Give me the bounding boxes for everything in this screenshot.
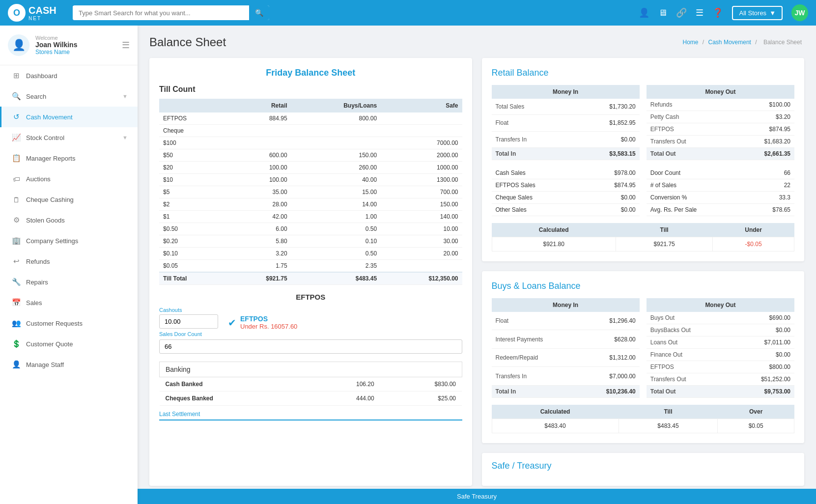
sidebar-item-stock-control[interactable]: 📈 Stock Control ▼ xyxy=(0,127,138,148)
table-row: $535.0015.00700.00 xyxy=(159,186,462,198)
help-nav-icon[interactable]: ❓ xyxy=(712,7,723,18)
table-row: # of Sales22 xyxy=(647,179,794,192)
table-row: Interest Payments$628.00 xyxy=(492,330,640,349)
sidebar-item-customer-quote[interactable]: 💲 Customer Quote xyxy=(0,334,138,354)
search-input[interactable] xyxy=(73,6,249,20)
table-row: EFTPOS884.95800.00 xyxy=(159,112,462,125)
safe-treasury-card: Safe / Treasury xyxy=(482,453,805,486)
screen-nav-icon[interactable]: 🖥 xyxy=(658,8,667,18)
bl-cols: Money In Float$1,296.40Interest Payments… xyxy=(492,298,795,398)
user-badge[interactable]: JW xyxy=(791,4,808,21)
page-title: Balance Sheet xyxy=(149,35,226,49)
eftpos-status: ✔ EFTPOS Under Rs. 16057.60 xyxy=(228,315,297,330)
banking-section: Banking Cash Banked106.20$830.00Cheques … xyxy=(159,362,462,420)
logo: O CASH NET xyxy=(8,4,67,22)
table-row: $1007000.00 xyxy=(159,137,462,149)
nav-icon: 📅 xyxy=(11,298,21,308)
sidebar-item-customer-requests[interactable]: 👥 Customer Requests xyxy=(0,313,138,334)
table-row: $0.103.200.5020.00 xyxy=(159,248,462,260)
cashouts-field: Cashouts xyxy=(159,307,218,329)
table-row: $20100.00260.001000.00 xyxy=(159,162,462,174)
safe-treasury-title: Safe / Treasury xyxy=(492,461,795,471)
sidebar-item-manager-reports[interactable]: 📋 Manager Reports xyxy=(0,148,138,168)
bl-total-in-row: Total In$10,236.40 xyxy=(492,386,640,398)
nav-icons: 👤 🖥 🔗 ☰ ❓ All Stores ▼ JW xyxy=(639,4,808,21)
nav-label: Search xyxy=(26,93,46,100)
cashouts-label: Cashouts xyxy=(159,307,218,313)
sidebar-item-company-settings[interactable]: 🏢 Company Settings xyxy=(0,230,138,251)
table-row: Other Sales$0.00 xyxy=(492,204,640,216)
menu-nav-icon[interactable]: ☰ xyxy=(696,7,703,18)
avatar: 👤 xyxy=(8,34,29,56)
breadcrumb: Home / Cash Movement / Balance Sheet xyxy=(682,39,804,46)
dropdown-arrow-icon: ▼ xyxy=(122,93,128,99)
dropdown-arrow-icon: ▼ xyxy=(769,9,776,17)
sidebar-item-sales[interactable]: 📅 Sales xyxy=(0,292,138,313)
buys-loans-title: Buys & Loans Balance xyxy=(492,281,795,291)
eftpos-name: EFTPOS xyxy=(240,315,297,323)
store-name: Stores Name xyxy=(35,49,116,56)
breadcrumb-current: Balance Sheet xyxy=(763,39,802,46)
left-panel: Friday Balance Sheet Till Count Retail B… xyxy=(149,58,472,486)
nav-label: Company Settings xyxy=(26,237,78,245)
money-out-table: Money Out Refunds$100.00Petty Cash$3.20E… xyxy=(647,85,794,160)
sidebar-item-refunds[interactable]: ↩ Refunds xyxy=(0,251,138,272)
table-row: $0.506.000.5010.00 xyxy=(159,223,462,235)
table-row: Redeem/Repaid$1,312.00 xyxy=(492,348,640,367)
sidebar-item-repairs[interactable]: 🔧 Repairs xyxy=(0,272,138,292)
door-count-input[interactable] xyxy=(159,339,462,354)
eftpos-info: EFTPOS Under Rs. 16057.60 xyxy=(240,315,297,330)
user-info: Welcome Joan Wilkins Stores Name xyxy=(35,35,116,56)
metrics-grid: Cash Sales$978.00EFTPOS Sales$874.95Cheq… xyxy=(492,167,795,216)
sidebar-item-manage-staff[interactable]: 👤 Manage Staff xyxy=(0,354,138,375)
breadcrumb-section[interactable]: Cash Movement xyxy=(708,39,751,46)
sidebar-item-auctions[interactable]: 🏷 Auctions xyxy=(0,168,138,189)
sidebar-item-cash-movement[interactable]: ↺ Cash Movement xyxy=(0,107,138,127)
nav-icon: 👤 xyxy=(11,360,21,369)
table-row: Finance Out$0.00 xyxy=(647,349,794,361)
table-row: Total Sales$1,730.20 xyxy=(492,99,640,115)
nav-label: Sales xyxy=(26,299,42,307)
nav-label: Cash Movement xyxy=(26,113,73,121)
logo-circle: O xyxy=(8,4,26,22)
sidebar-menu-icon[interactable]: ☰ xyxy=(122,40,130,51)
eftpos-row: Cashouts ✔ EFTPOS Under Rs. 16057.60 xyxy=(159,307,462,330)
door-count-label: Sales Door Count xyxy=(159,331,202,337)
nav-label: Auctions xyxy=(26,175,51,183)
user-nav-icon[interactable]: 👤 xyxy=(639,7,649,18)
page-header: Balance Sheet Home / Cash Movement / Bal… xyxy=(149,35,804,49)
nav-icon: 💲 xyxy=(11,339,21,349)
sidebar-item-stolen-goods[interactable]: ⚙ Stolen Goods xyxy=(0,210,138,230)
till-count-table: Retail Buys/Loans Safe EFTPOS884.95800.0… xyxy=(159,99,462,285)
banking-table: Banking Cash Banked106.20$830.00Cheques … xyxy=(159,362,462,406)
bl-money-out-table: Money Out Buys Out$690.00BuysBacks Out$0… xyxy=(647,298,794,398)
retail-summary-table: CalculatedTillUnder $921.80$921.75-$0.05 xyxy=(492,223,795,252)
bl-money-in-table: Money In Float$1,296.40Interest Payments… xyxy=(492,298,640,398)
sheet-title: Friday Balance Sheet xyxy=(159,68,462,78)
nav-icon: ⚙ xyxy=(11,215,21,225)
eftpos-under: Under Rs. 16057.60 xyxy=(240,323,297,330)
content-grid: Friday Balance Sheet Till Count Retail B… xyxy=(149,58,804,486)
banking-title: Banking xyxy=(160,362,462,377)
sidebar-item-dashboard[interactable]: ⊞ Dashboard xyxy=(0,65,138,86)
sidebar-item-cheque-cashing[interactable]: 🗒 Cheque Cashing xyxy=(0,189,138,210)
search-button[interactable]: 🔍 xyxy=(249,5,269,20)
till-count-title: Till Count xyxy=(159,85,462,94)
main-content: Balance Sheet Home / Cash Movement / Bal… xyxy=(138,26,816,496)
breadcrumb-home[interactable]: Home xyxy=(682,39,698,46)
sidebar-item-search[interactable]: 🔍 Search ▼ xyxy=(0,86,138,107)
sidebar: 👤 Welcome Joan Wilkins Stores Name ☰ ⊞ D… xyxy=(0,26,138,496)
table-row: Petty Cash$3.20 xyxy=(647,111,794,123)
door-count-group: Sales Door Count xyxy=(159,330,462,354)
right-panel: Retail Balance Money In Total Sales$1,73… xyxy=(482,58,805,486)
check-icon: ✔ xyxy=(228,317,236,329)
table-row: BuysBacks Out$0.00 xyxy=(647,324,794,336)
search-bar: 🔍 xyxy=(73,5,269,20)
link-nav-icon[interactable]: 🔗 xyxy=(676,7,687,18)
nav-label: Cheque Cashing xyxy=(26,196,74,203)
all-stores-button[interactable]: All Stores ▼ xyxy=(732,6,783,20)
nav-items: ⊞ Dashboard 🔍 Search ▼ ↺ Cash Movement 📈… xyxy=(0,65,138,375)
cashouts-input[interactable] xyxy=(159,314,218,329)
table-row: Cash Sales$978.00 xyxy=(492,167,640,179)
table-row: $0.051.752.35 xyxy=(159,260,462,273)
